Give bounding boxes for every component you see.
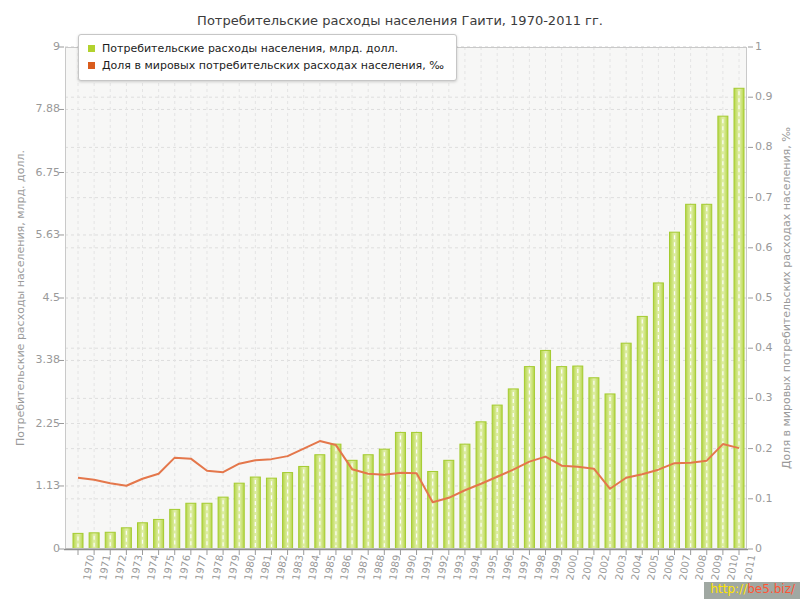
plot-area xyxy=(65,47,747,549)
bar-1972 xyxy=(105,532,115,549)
left-axis-tick-label: 0 xyxy=(16,542,60,555)
year-text: 1983 xyxy=(290,554,305,581)
chart-canvas: Потребительские расходы населения Гаити,… xyxy=(0,0,800,600)
right-axis-tick-label: 0 xyxy=(755,542,762,555)
right-axis-tick-label: 0.4 xyxy=(755,341,773,354)
watermark-url-domain: be5.biz/ xyxy=(747,582,795,596)
year-text: 1975 xyxy=(161,554,176,581)
year-text: 2008 xyxy=(693,554,708,581)
plot-svg xyxy=(65,47,747,549)
year-text: 1984 xyxy=(306,554,321,581)
left-axis-tick-label: 6.75 xyxy=(16,166,60,179)
right-axis-tick-label: 0.9 xyxy=(755,90,773,103)
legend-label-share: Доля в мировых потребительских расходах … xyxy=(102,59,444,72)
year-text: 1992 xyxy=(435,554,450,581)
left-axis-tick-label: 4.5 xyxy=(16,291,60,304)
right-axis-tick-label: 0.3 xyxy=(755,391,773,404)
right-axis-tick-label: 1 xyxy=(755,40,762,53)
left-axis-tick-label: 3.38 xyxy=(16,353,60,366)
year-text: 1970 xyxy=(81,554,96,581)
year-text: 1993 xyxy=(451,554,466,581)
year-text: 1996 xyxy=(500,554,515,581)
year-text: 1994 xyxy=(468,554,483,581)
year-text: 1982 xyxy=(274,554,289,581)
year-text: 2005 xyxy=(645,554,660,581)
year-text: 2009 xyxy=(709,554,724,581)
right-axis-tick-label: 0.6 xyxy=(755,241,773,254)
right-axis-tick-label: 0.7 xyxy=(755,191,773,204)
bar-1999 xyxy=(541,350,551,549)
year-text: 1973 xyxy=(129,554,144,581)
legend-item-consumption: Потребительские расходы населения, млрд.… xyxy=(88,40,444,57)
year-text: 2003 xyxy=(613,554,628,581)
right-axis-tick-label: 0.2 xyxy=(755,442,773,455)
year-text: 1988 xyxy=(371,554,386,581)
year-text: 1972 xyxy=(113,554,128,581)
year-text: 2006 xyxy=(661,554,676,581)
year-text: 2004 xyxy=(629,554,644,581)
right-axis-tick-label: 0.8 xyxy=(755,140,773,153)
left-axis-tick-label: 2.25 xyxy=(16,417,60,430)
year-text: 2007 xyxy=(677,554,692,581)
year-text: 1995 xyxy=(484,554,499,581)
watermark-url-prefix: http:// xyxy=(710,582,747,596)
year-text: 1976 xyxy=(177,554,192,581)
year-text: 2000 xyxy=(564,554,579,581)
year-text: 2002 xyxy=(596,554,611,581)
legend-item-share: Доля в мировых потребительских расходах … xyxy=(88,57,444,74)
year-text: 1974 xyxy=(145,554,160,581)
legend-label-consumption: Потребительские расходы населения, млрд.… xyxy=(102,42,398,55)
year-text: 1978 xyxy=(210,554,225,581)
bar-series-marker-icon xyxy=(88,45,95,52)
year-text: 1979 xyxy=(226,554,241,581)
right-axis-title: Доля в мировых потребительских расходах … xyxy=(780,127,793,469)
year-text: 2010 xyxy=(725,554,740,581)
left-axis-tick-label: 9 xyxy=(16,40,60,53)
legend: Потребительские расходы населения, млрд.… xyxy=(78,34,457,81)
right-axis-tick-label: 0.5 xyxy=(755,291,773,304)
left-axis-tick-label: 5.63 xyxy=(16,228,60,241)
year-text: 1985 xyxy=(322,554,337,581)
year-text: 1997 xyxy=(516,554,531,581)
bar-1989 xyxy=(379,449,389,549)
year-text: 1991 xyxy=(419,554,434,581)
year-text: 1971 xyxy=(97,554,112,581)
year-text: 1981 xyxy=(258,554,273,581)
left-axis-tick-label: 7.88 xyxy=(16,102,60,115)
year-text: 1986 xyxy=(339,554,354,581)
year-text: 1977 xyxy=(193,554,208,581)
right-axis-tick-label: 0.1 xyxy=(755,492,773,505)
line-series-marker-icon xyxy=(88,62,95,69)
year-text: 1999 xyxy=(548,554,563,581)
year-text: 1990 xyxy=(403,554,418,581)
year-text: 2011 xyxy=(742,554,757,581)
watermark-link[interactable]: http://be5.biz/ xyxy=(704,582,800,599)
year-text: 1980 xyxy=(242,554,257,581)
year-text: 1989 xyxy=(387,554,402,581)
year-text: 1998 xyxy=(532,554,547,581)
year-text: 2001 xyxy=(580,554,595,581)
chart-title: Потребительские расходы населения Гаити,… xyxy=(0,13,800,28)
year-text: 1987 xyxy=(355,554,370,581)
left-axis-tick-label: 1.13 xyxy=(16,479,60,492)
